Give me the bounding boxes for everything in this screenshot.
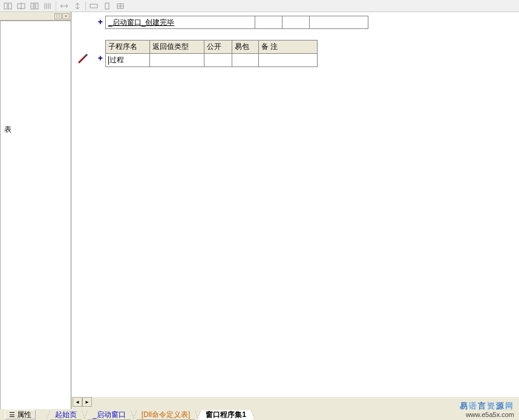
main-area: □ × 表 + + _启动窗口_创建完毕 [0, 12, 519, 412]
proc-name: 启动窗口_创建完毕 [113, 18, 175, 28]
sub-name-cell[interactable]: 过程 [106, 54, 150, 67]
toolbar-btn-4[interactable] [41, 1, 54, 11]
panel-close-icon[interactable]: × [62, 13, 70, 19]
col-yibao-header: 易包 [232, 40, 259, 54]
tab-row: 起始页 _启动窗口 [Dll命令定义表] 窗口程序集1 [50, 409, 251, 420]
editor-content[interactable]: _启动窗口_创建完毕 子程序名 返回值类型 公开 易包 备 注 [105, 12, 519, 397]
tab-startwindow[interactable]: _启动窗口 [88, 410, 131, 420]
toolbar-btn-7[interactable] [87, 1, 100, 11]
proc-cell-4[interactable] [310, 16, 368, 29]
sub-name-text: 过程 [109, 56, 124, 64]
toolbar-btn-5[interactable] [57, 1, 71, 11]
svg-rect-4 [31, 3, 33, 9]
tab-dll[interactable]: [Dll命令定义表] [137, 410, 195, 420]
properties-button[interactable]: ☰ 属性 [5, 410, 36, 419]
tab-windowset[interactable]: 窗口程序集1 [201, 410, 251, 420]
proc-name-prefix: _ [108, 18, 113, 27]
tab-label: 窗口程序集1 [206, 410, 246, 420]
svg-rect-1 [8, 3, 11, 9]
col-rettype-header: 返回值类型 [150, 40, 204, 54]
expand-icon-2[interactable]: + [98, 53, 103, 63]
tab-label: [Dll命令定义表] [142, 410, 191, 420]
sub-header-row: 子程序名 返回值类型 公开 易包 备 注 [106, 40, 318, 54]
proc-row-1[interactable]: _启动窗口_创建完毕 [105, 16, 368, 29]
scroll-btns: ◄ ► [73, 397, 92, 407]
text-cursor [108, 56, 109, 65]
panel-minimize-icon[interactable]: □ [54, 13, 62, 19]
toolbar [0, 0, 519, 12]
sub-rettype-cell[interactable] [150, 54, 204, 67]
proc-cell-2[interactable] [255, 16, 282, 29]
svg-rect-0 [4, 3, 7, 9]
gutter-row-2: + [71, 52, 103, 64]
gutter: + + [71, 12, 104, 397]
col-name-header: 子程序名 [106, 40, 150, 54]
svg-rect-13 [90, 4, 97, 8]
properties-label: 属性 [17, 410, 31, 420]
left-panel: □ × 表 [0, 12, 71, 412]
sub-table: 子程序名 返回值类型 公开 易包 备 注 过程 [105, 40, 318, 67]
expand-icon[interactable]: + [98, 17, 103, 27]
toolbar-sep-1 [56, 1, 56, 11]
toolbar-btn-1[interactable] [1, 1, 15, 11]
toolbar-sep-2 [85, 1, 86, 11]
proc-cell-3[interactable] [282, 16, 310, 29]
properties-icon: ☰ [9, 411, 15, 419]
editor-panel: + + _启动窗口_创建完毕 [71, 12, 519, 412]
bottom-bar: ☰ 属性 起始页 _启动窗口 [Dll命令定义表] 窗口程序集1 [0, 409, 519, 420]
sub-data-row[interactable]: 过程 [106, 54, 318, 67]
toolbar-btn-8[interactable] [100, 1, 114, 11]
tab-startpage[interactable]: 起始页 [50, 410, 82, 420]
gutter-row-1: + [71, 16, 103, 28]
toolbar-btn-9[interactable] [114, 1, 127, 11]
col-note-header: 备 注 [259, 40, 318, 54]
svg-rect-14 [105, 3, 109, 9]
sub-note-cell[interactable] [259, 54, 318, 67]
sub-yibao-cell[interactable] [232, 54, 259, 67]
panel-header: □ × [0, 12, 71, 21]
svg-rect-5 [36, 3, 38, 9]
proc-name-cell[interactable]: _启动窗口_创建完毕 [105, 16, 255, 29]
col-pub-header: 公开 [204, 40, 232, 54]
pencil-icon [76, 52, 88, 64]
sub-pub-cell[interactable] [204, 54, 232, 67]
toolbar-btn-3[interactable] [28, 1, 41, 11]
toolbar-btn-2[interactable] [15, 1, 28, 11]
tab-label: 起始页 [55, 410, 77, 420]
scroll-right-icon[interactable]: ► [82, 397, 92, 407]
scroll-left-icon[interactable]: ◄ [73, 397, 82, 407]
tab-label: _启动窗口 [93, 410, 126, 420]
panel-body [0, 21, 71, 412]
toolbar-btn-6[interactable] [71, 1, 84, 11]
